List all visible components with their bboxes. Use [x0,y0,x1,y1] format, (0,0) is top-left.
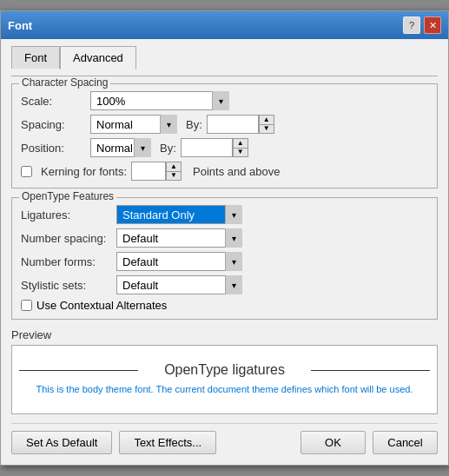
spacing-label: Spacing: [21,118,90,131]
number-spacing-label: Number spacing: [21,232,116,245]
spacing-select-wrapper: Normal ▾ [90,115,177,134]
preview-content-row: OpenType ligatures [19,362,430,378]
scale-dropdown-arrow[interactable]: ▾ [212,91,229,110]
ligatures-select-wrapper: Standard Only ▾ [116,205,242,224]
kerning-field[interactable] [131,162,166,181]
text-effects-button[interactable]: Text Effects... [119,431,216,454]
number-forms-field[interactable]: Default [116,252,242,271]
ligatures-field[interactable]: Standard Only [116,205,242,224]
spacing-row: Spacing: Normal ▾ By: ▲ ▼ [21,115,428,134]
by1-field[interactable] [207,115,259,134]
preview-line-left [19,370,138,371]
number-forms-label: Number forms: [21,255,116,268]
title-bar: Font ? ✕ [1,11,448,39]
position-label: Position: [21,142,90,155]
number-forms-row: Number forms: Default ▾ [21,252,428,271]
by1-spin-up[interactable]: ▲ [260,116,274,125]
ligatures-label: Ligatures: [21,208,116,221]
scale-label: Scale: [21,95,90,108]
preview-description: This is the body theme font. The current… [36,383,413,396]
kerning-label: Kerning for fonts: [41,165,127,178]
by2-spin-down[interactable]: ▼ [234,149,248,157]
kerning-spin-up[interactable]: ▲ [167,162,181,172]
ligatures-row: Ligatures: Standard Only ▾ [21,205,428,224]
contextual-label: Use Contextual Alternates [36,299,167,312]
btn-group-left: Set As Default Text Effects... [11,431,216,454]
ok-button[interactable]: OK [300,431,366,454]
btn-group-right: OK Cancel [300,431,438,454]
character-spacing-group: Character Spacing Scale: 100% ▾ Spacing:… [11,83,438,188]
number-spacing-dropdown-arrow[interactable]: ▾ [225,228,242,248]
by1-spin-down[interactable]: ▼ [260,125,274,134]
stylistic-sets-dropdown-arrow[interactable]: ▾ [225,275,242,294]
position-row: Position: Normal ▾ By: ▲ ▼ [21,138,428,157]
by1-wrapper: ▲ ▼ [207,115,274,134]
dialog-content: Font Advanced Character Spacing Scale: 1… [1,39,448,465]
number-spacing-select-wrapper: Default ▾ [116,228,242,248]
title-bar-controls: ? ✕ [403,17,441,34]
kerning-checkbox[interactable] [21,166,32,177]
character-spacing-label: Character Spacing [19,76,110,89]
preview-label: Preview [11,328,438,341]
by-label-1: By: [186,118,202,131]
by1-spin[interactable]: ▲ ▼ [259,115,274,134]
scale-row: Scale: 100% ▾ [21,91,428,110]
number-forms-select-wrapper: Default ▾ [116,252,242,271]
number-spacing-row: Number spacing: Default ▾ [21,228,428,248]
preview-line-right [311,370,430,371]
preview-section: Preview OpenType ligatures This is the b… [11,328,438,414]
preview-box: OpenType ligatures This is the body them… [11,345,438,414]
stylistic-sets-label: Stylistic sets: [21,279,116,292]
points-text: Points and above [193,165,280,178]
stylistic-sets-field[interactable]: Default [116,275,242,294]
stylistic-sets-row: Stylistic sets: Default ▾ [21,275,428,294]
kerning-row: Kerning for fonts: ▲ ▼ Points and above [21,162,428,181]
kerning-spin-down[interactable]: ▼ [167,172,181,181]
preview-text: OpenType ligatures [155,362,294,378]
kerning-spin[interactable]: ▲ ▼ [166,162,182,181]
bottom-buttons: Set As Default Text Effects... OK Cancel [11,423,438,454]
by-label-2: By: [160,142,176,155]
stylistic-sets-select-wrapper: Default ▾ [116,275,242,294]
position-select-wrapper: Normal ▾ [90,138,151,157]
tab-bar: Font Advanced [11,46,438,69]
number-spacing-field[interactable]: Default [116,228,242,248]
font-dialog: Font ? ✕ Font Advanced Character Spacing… [0,10,449,466]
tab-font[interactable]: Font [11,46,60,69]
kerning-wrapper: ▲ ▼ [131,162,182,181]
by2-wrapper: ▲ ▼ [181,138,248,157]
tab-advanced[interactable]: Advanced [60,46,136,69]
by2-field[interactable] [181,138,233,157]
help-button[interactable]: ? [403,17,420,34]
spacing-dropdown-arrow[interactable]: ▾ [160,115,177,134]
by2-spin[interactable]: ▲ ▼ [233,138,248,157]
opentype-features-group: OpenType Features Ligatures: Standard On… [11,197,438,320]
scale-field[interactable]: 100% [90,91,229,110]
cancel-button[interactable]: Cancel [373,431,438,454]
contextual-row: Use Contextual Alternates [21,299,428,312]
ligatures-dropdown-arrow[interactable]: ▾ [225,205,242,224]
position-dropdown-arrow[interactable]: ▾ [134,138,151,157]
contextual-checkbox[interactable] [21,300,32,311]
dialog-title: Font [8,19,32,32]
opentype-label: OpenType Features [19,190,116,202]
set-as-default-button[interactable]: Set As Default [11,431,112,454]
scale-select-wrapper: 100% ▾ [90,91,229,110]
by2-spin-up[interactable]: ▲ [234,139,248,149]
close-button[interactable]: ✕ [424,17,441,34]
number-forms-dropdown-arrow[interactable]: ▾ [225,252,242,271]
